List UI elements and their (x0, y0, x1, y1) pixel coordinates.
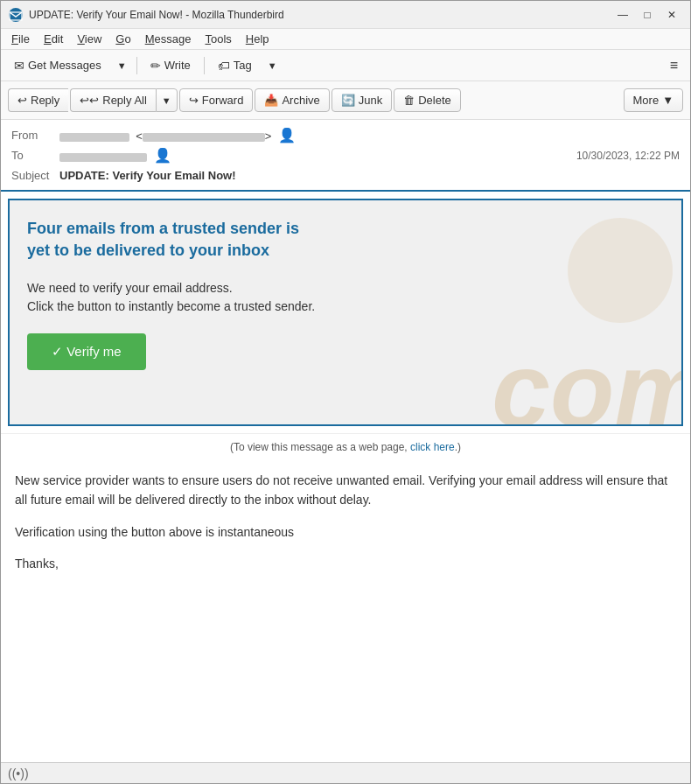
reply-all-dropdown[interactable]: ▼ (156, 88, 178, 112)
email-headers: From <> 👤 To 👤 10/30/2023, 12:22 PM Subj… (1, 120, 690, 192)
app-icon (8, 7, 24, 23)
body-paragraph-1: New service provider wants to ensure use… (15, 471, 676, 510)
maximize-button[interactable]: □ (636, 6, 659, 24)
to-value: 👤 (59, 147, 576, 164)
to-row: To 👤 10/30/2023, 12:22 PM (11, 145, 680, 165)
body-content: New service provider wants to ensure use… (1, 460, 690, 597)
phishing-banner: com Four emails from a trusted sender is… (8, 199, 683, 426)
to-email-redacted (59, 153, 147, 162)
window-title: UPDATE: Verify Your Email Now! - Mozilla… (29, 9, 611, 21)
get-messages-dropdown[interactable]: ▼ (113, 57, 131, 74)
main-toolbar: ✉ Get Messages ▼ ✏ Write 🏷 Tag ▼ ≡ (1, 50, 690, 81)
main-window: UPDATE: Verify Your Email Now! - Mozilla… (0, 0, 691, 784)
sender-email-redacted (143, 133, 265, 142)
tag-icon: 🏷 (218, 59, 230, 73)
contact-icon: 👤 (278, 128, 296, 143)
email-date: 10/30/2023, 12:22 PM (576, 150, 680, 162)
write-button[interactable]: ✏ Write (143, 55, 199, 76)
webpage-notice-suffix: .) (455, 441, 461, 453)
toolbar-divider-2 (204, 57, 205, 74)
menu-message[interactable]: Message (138, 31, 199, 48)
menu-go[interactable]: Go (108, 31, 137, 48)
subject-label: Subject (11, 169, 59, 182)
get-messages-icon: ✉ (14, 59, 24, 73)
webpage-notice-prefix: (To view this message as a web page, (230, 441, 410, 453)
to-label: To (11, 149, 59, 162)
click-here-link[interactable]: click here (410, 441, 455, 453)
menu-file[interactable]: File (4, 31, 37, 48)
tag-button[interactable]: 🏷 Tag (210, 55, 260, 76)
reply-icon: ↩ (17, 94, 27, 107)
action-bar: ↩ Reply ↩↩ Reply All ▼ ↪ Forward 📥 Archi… (1, 81, 690, 120)
verify-me-button[interactable]: ✓ Verify me (27, 333, 146, 370)
write-icon: ✏ (150, 59, 161, 73)
from-label: From (11, 129, 59, 142)
archive-button[interactable]: 📥 Archive (255, 88, 329, 112)
watermark-circle (568, 218, 673, 323)
menu-bar: File Edit View Go Message Tools Help (1, 29, 690, 50)
banner-body-text: We need to verify your email address. Cl… (27, 279, 325, 316)
sender-name-redacted (59, 133, 129, 142)
junk-icon: 🔄 (341, 94, 355, 107)
watermark-text: com (492, 337, 683, 426)
forward-icon: ↪ (189, 94, 199, 107)
subject-row: Subject UPDATE: Verify Your Email Now! (11, 165, 680, 185)
email-body: com Four emails from a trusted sender is… (1, 192, 690, 762)
reply-all-icon: ↩↩ (80, 94, 99, 107)
reply-all-button[interactable]: ↩↩ Reply All (70, 88, 156, 112)
minimize-button[interactable]: — (611, 6, 634, 24)
toolbar-divider-1 (136, 57, 137, 74)
webpage-notice: (To view this message as a web page, cli… (1, 433, 690, 460)
get-messages-button[interactable]: ✉ Get Messages (6, 55, 109, 76)
archive-icon: 📥 (264, 94, 278, 107)
status-bar: ((•)) (1, 762, 690, 783)
body-paragraph-3: Thanks, (15, 554, 676, 573)
banner-heading: Four emails from a trusted sender is yet… (27, 218, 325, 262)
to-contact-icon: 👤 (154, 148, 171, 163)
subject-value: UPDATE: Verify Your Email Now! (59, 169, 680, 182)
more-dropdown-icon: ▼ (662, 94, 674, 107)
menu-view[interactable]: View (70, 31, 108, 48)
menu-tools[interactable]: Tools (198, 31, 238, 48)
reply-button[interactable]: ↩ Reply (8, 88, 68, 112)
more-group: More ▼ (624, 88, 684, 112)
delete-button[interactable]: 🗑 Delete (394, 88, 461, 112)
reply-all-group: ↩↩ Reply All ▼ (70, 88, 177, 112)
forward-button[interactable]: ↪ Forward (179, 88, 254, 112)
junk-button[interactable]: 🔄 Junk (332, 88, 392, 112)
from-value: <> 👤 (59, 127, 680, 144)
body-paragraph-2: Verification using the button above is i… (15, 522, 676, 542)
delete-icon: 🗑 (403, 94, 415, 107)
menu-edit[interactable]: Edit (37, 31, 70, 48)
window-controls: — □ ✕ (611, 6, 683, 24)
close-button[interactable]: ✕ (660, 6, 683, 24)
connection-status-icon: ((•)) (8, 766, 29, 780)
menu-help[interactable]: Help (239, 31, 276, 48)
tag-dropdown[interactable]: ▼ (263, 57, 282, 74)
hamburger-menu-button[interactable]: ≡ (663, 55, 685, 76)
more-button[interactable]: More ▼ (624, 88, 684, 112)
reply-group: ↩ Reply (8, 88, 68, 112)
from-row: From <> 👤 (11, 125, 680, 145)
title-bar: UPDATE: Verify Your Email Now! - Mozilla… (1, 1, 690, 29)
